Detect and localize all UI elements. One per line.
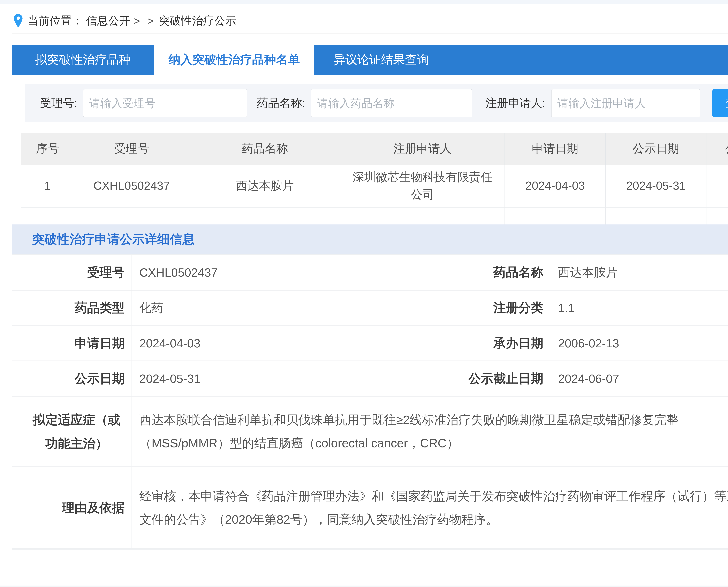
- cell-applicant: 深圳微芯生物科技有限责任公司: [340, 165, 505, 208]
- col-header-publicity-deadline: 公示截止日期: [706, 133, 728, 165]
- breadcrumb-prefix: 当前位置：: [27, 14, 83, 28]
- detail-value-indication: 西达本胺联合信迪利单抗和贝伐珠单抗用于既往≥2线标准治疗失败的晚期微卫星稳定或错…: [131, 396, 728, 466]
- col-header-drug-name: 药品名称: [189, 133, 340, 165]
- breadcrumb: 当前位置： 信息公开 > > 突破性治疗公示: [14, 13, 240, 29]
- cell-drug-name: 西达本胺片: [189, 165, 340, 208]
- bottom-page-strip: [0, 586, 728, 587]
- detail-value-application-date: 2024-04-03: [131, 325, 430, 360]
- detail-label-application-date: 申请日期: [11, 325, 131, 360]
- detail-panel-title: 突破性治疗申请公示详细信息: [32, 231, 195, 248]
- detail-row: 申请日期 2024-04-03 承办日期 2006-02-13: [11, 325, 728, 360]
- detail-row: 受理号 CXHL0502437 药品名称 西达本胺片: [11, 254, 728, 290]
- tab-included-breakthrough-list[interactable]: 纳入突破性治疗品种名单: [154, 45, 314, 75]
- cell-acceptance-number: CXHL0502437: [74, 165, 189, 208]
- col-header-index: 序号: [21, 133, 74, 165]
- table-row[interactable]: 1 CXHL0502437 西达本胺片 深圳微芯生物科技有限责任公司 2024-…: [21, 165, 728, 208]
- detail-label-undertaking-date: 承办日期: [430, 325, 550, 360]
- top-page-strip: [0, 0, 728, 4]
- applicant-input[interactable]: [551, 89, 700, 117]
- detail-value-registration-class: 1.1: [550, 290, 728, 325]
- breadcrumb-current: 突破性治疗公示: [159, 14, 236, 28]
- col-header-applicant: 注册申请人: [340, 133, 505, 165]
- applicant-label: 注册申请人:: [485, 96, 545, 111]
- detail-label-drug-name: 药品名称: [430, 254, 550, 290]
- detail-label-publicity-deadline: 公示截止日期: [430, 360, 550, 396]
- detail-row-reason: 理由及依据 经审核，本申请符合《药品注册管理办法》和《国家药监局关于发布突破性治…: [11, 466, 728, 548]
- table-header-row: 序号 受理号 药品名称 注册申请人 申请日期 公示日期 公示截止日期: [21, 133, 728, 165]
- detail-value-undertaking-date: 2006-02-13: [550, 325, 728, 360]
- cell-publicity-deadline: 2024-06-07: [706, 165, 728, 208]
- tab-proposed-breakthrough-varieties[interactable]: 拟突破性治疗品种: [11, 45, 154, 75]
- detail-label-publicity-date: 公示日期: [11, 360, 131, 396]
- results-table: 序号 受理号 药品名称 注册申请人 申请日期 公示日期 公示截止日期 1 CXH…: [21, 133, 728, 225]
- col-header-publicity-date: 公示日期: [605, 133, 706, 165]
- tab-objection-result-query[interactable]: 异议论证结果查询: [314, 45, 448, 75]
- detail-label-acceptance-number: 受理号: [11, 254, 131, 290]
- cell-index: 1: [21, 165, 74, 208]
- detail-value-drug-type: 化药: [131, 290, 430, 325]
- query-button[interactable]: 查询: [712, 89, 728, 117]
- detail-row: 公示日期 2024-05-31 公示截止日期 2024-06-07: [11, 360, 728, 396]
- detail-label-registration-class: 注册分类: [430, 290, 550, 325]
- col-header-acceptance-number: 受理号: [74, 133, 189, 165]
- drug-name-input[interactable]: [311, 89, 472, 117]
- cell-application-date: 2024-04-03: [505, 165, 605, 208]
- detail-panel-header: 突破性治疗申请公示详细信息: [11, 225, 728, 254]
- detail-label-reason: 理由及依据: [11, 466, 131, 548]
- drug-name-label: 药品名称:: [257, 96, 305, 111]
- table-row-partial: [21, 208, 728, 225]
- detail-value-publicity-date: 2024-05-31: [131, 360, 430, 396]
- breadcrumb-separator: > >: [134, 15, 156, 27]
- detail-row-indication: 拟定适应症（或功能主治） 西达本胺联合信迪利单抗和贝伐珠单抗用于既往≥2线标准治…: [11, 396, 728, 466]
- acceptance-number-input[interactable]: [83, 89, 247, 117]
- detail-value-drug-name: 西达本胺片: [550, 254, 728, 290]
- search-panel: 受理号: 药品名称: 注册申请人: 查询: [25, 84, 728, 122]
- header-divider: [11, 33, 728, 34]
- detail-label-indication: 拟定适应症（或功能主治）: [11, 396, 131, 466]
- detail-value-publicity-deadline: 2024-06-07: [550, 360, 728, 396]
- breadcrumb-section-link[interactable]: 信息公开: [86, 14, 130, 28]
- detail-value-acceptance-number: CXHL0502437: [131, 254, 430, 290]
- col-header-application-date: 申请日期: [505, 133, 605, 165]
- cell-publicity-date: 2024-05-31: [605, 165, 706, 208]
- detail-value-reason: 经审核，本申请符合《药品注册管理办法》和《国家药监局关于发布突破性治疗药物审评工…: [131, 466, 728, 548]
- detail-row: 药品类型 化药 注册分类 1.1: [11, 290, 728, 325]
- detail-label-drug-type: 药品类型: [11, 290, 131, 325]
- detail-panel: 突破性治疗申请公示详细信息 受理号 CXHL0502437 药品名称 西达本胺片…: [11, 225, 728, 549]
- location-pin-icon: [14, 14, 23, 28]
- tab-bar: 拟突破性治疗品种 纳入突破性治疗品种名单 异议论证结果查询: [11, 45, 728, 75]
- acceptance-number-label: 受理号:: [40, 96, 77, 111]
